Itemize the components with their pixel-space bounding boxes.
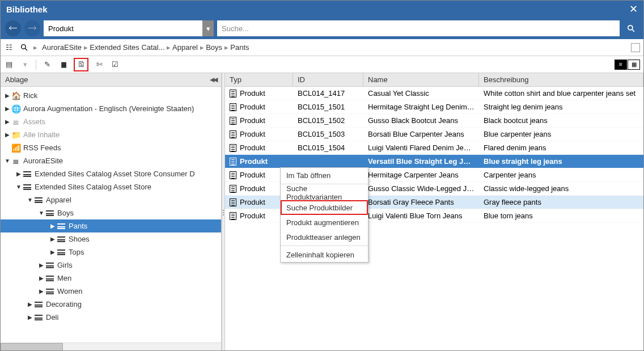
dropdown-small-icon[interactable]: ▾	[20, 60, 30, 70]
tree-item[interactable]: ▼Extended Sites Catalog Asset Store	[1, 180, 221, 193]
tree-item[interactable]: ▶≣Assets	[1, 115, 221, 128]
caret-icon[interactable]: ▶	[49, 223, 56, 229]
tree-item[interactable]: ▶Pants	[1, 219, 221, 232]
rss-icon: 📶	[11, 143, 21, 153]
caret-icon[interactable]: ▼	[4, 158, 11, 164]
product-icon	[230, 212, 236, 220]
tree-toggle-icon[interactable]: ☷	[4, 43, 14, 53]
cell-name: Borsati Blue Carpenter Jeans	[363, 130, 479, 138]
type-dropdown[interactable]: Produkt ▾	[44, 20, 214, 36]
tree-item[interactable]: 📶RSS Feeds	[1, 141, 221, 154]
product-icon	[230, 158, 236, 166]
caret-icon[interactable]: ▶	[4, 105, 11, 112]
list-view-button[interactable]: ≡	[615, 60, 627, 70]
view-square-icon[interactable]	[631, 43, 640, 52]
context-menu-item[interactable]: Suche Produktvarianten	[281, 185, 368, 200]
context-menu-item[interactable]: Produkt augmentieren	[281, 215, 368, 230]
columns-icon[interactable]: ▮▮	[58, 60, 68, 70]
tree-item[interactable]: ▶Girls	[1, 259, 221, 272]
tree-item[interactable]: ▼Apparel	[1, 193, 221, 206]
context-menu-item[interactable]: Zelleninhalt kopieren	[281, 247, 368, 262]
table-row[interactable]: ProduktBCL015_1503Borsati Blue Carpenter…	[225, 128, 643, 141]
chevron-right-icon: ▸	[82, 43, 90, 52]
cell-name: Luigi Valenti Blue Torn Jeans	[363, 212, 479, 220]
breadcrumb-item[interactable]: Apparel	[172, 43, 198, 52]
caret-icon[interactable]: ▶	[49, 249, 56, 255]
horizontal-scrollbar[interactable]	[1, 342, 221, 351]
tree-icon[interactable]: ▤	[4, 60, 14, 70]
caret-icon[interactable]: ▶	[49, 236, 56, 242]
column-header-id[interactable]: ID	[293, 73, 363, 86]
column-header-name[interactable]: Name	[363, 73, 479, 86]
caret-icon[interactable]: ▼	[15, 184, 22, 190]
product-icon	[230, 117, 236, 125]
table-row[interactable]: ProduktBCL014_1417Casual Yet ClassicWhit…	[225, 87, 643, 100]
table-row[interactable]: ProduktBCL015_1501Hermitage Straight Leg…	[225, 100, 643, 114]
cell-id: BCL015_1502	[293, 116, 363, 125]
caret-icon[interactable]: ▶	[27, 301, 33, 307]
tree-item[interactable]: ▶📁Alle Inhalte	[1, 128, 221, 141]
column-header-typ[interactable]: Typ	[225, 73, 293, 86]
tree-item-label: Extended Sites Catalog Asset Store Consu…	[35, 170, 195, 178]
tree-item[interactable]: ▶Tops	[1, 246, 221, 259]
product-icon	[230, 103, 236, 111]
caret-icon[interactable]: ▶	[4, 92, 11, 99]
column-header-desc[interactable]: Beschreibung	[479, 73, 643, 86]
breadcrumb-item[interactable]: Pants	[230, 43, 249, 52]
scrollbar-thumb[interactable]	[1, 343, 63, 351]
cell-typ: Produkt	[240, 184, 265, 193]
table-row[interactable]: ProduktBCL015_1502Gusso Black Bootcut Je…	[225, 114, 643, 128]
tree-item[interactable]: ▶🌐Aurora Augmentation - Englisch (Verein…	[1, 102, 221, 115]
tree-item[interactable]: ▼Boys	[1, 206, 221, 219]
search-small-icon[interactable]	[19, 43, 29, 53]
caret-icon[interactable]: ▶	[38, 262, 45, 268]
breadcrumb-item[interactable]: Extended Sites Catal...	[90, 43, 164, 52]
tree-item[interactable]: ▶🏠Rick	[1, 89, 221, 102]
search-button[interactable]	[623, 20, 639, 36]
tree-item-label: AuroraESite	[23, 157, 63, 165]
main-panel: Typ ID Name Beschreibung ProduktBCL014_1…	[225, 73, 643, 351]
context-menu-item[interactable]: Im Tab öffnen	[281, 168, 368, 183]
db-icon: ≣	[11, 157, 21, 166]
lines-icon	[33, 197, 44, 203]
table-row[interactable]: ProduktBCL015_1504Luigi Valenti Flared D…	[225, 141, 643, 155]
collapse-sidebar-icon[interactable]: ◀◀	[210, 76, 217, 83]
search-input[interactable]	[217, 24, 620, 33]
edit-icon[interactable]: ✎	[42, 60, 52, 70]
table-row[interactable]: ProduktVersatil Blue Straight Leg JeansB…	[225, 155, 643, 168]
forward-button[interactable]: 🡒	[24, 20, 40, 36]
tree-item[interactable]: ▶Extended Sites Catalog Asset Store Cons…	[1, 167, 221, 180]
tree-item[interactable]: ▶Decorating	[1, 298, 221, 311]
caret-icon[interactable]: ▶	[38, 275, 45, 281]
caret-icon[interactable]: ▶	[38, 288, 45, 294]
close-icon[interactable]: ✕	[629, 3, 638, 15]
highlighted-toolbar-button[interactable]: 🖻	[74, 58, 88, 71]
product-icon	[230, 90, 236, 98]
home-icon: 🏠	[11, 91, 21, 100]
context-menu-item[interactable]: Suche Produktbilder	[281, 200, 368, 215]
caret-icon[interactable]: ▶	[4, 132, 11, 138]
dropdown-toggle-icon[interactable]: ▾	[202, 20, 214, 36]
tree-item[interactable]: ▶Women	[1, 285, 221, 298]
back-button[interactable]: 🡐	[5, 20, 21, 36]
list-icon	[22, 171, 32, 177]
caret-icon[interactable]: ▶	[15, 171, 22, 177]
brush-icon[interactable]: ✄	[94, 60, 104, 70]
tree-item[interactable]: ▼≣AuroraESite	[1, 154, 221, 167]
caret-icon[interactable]: ▶	[27, 314, 33, 320]
tree-item[interactable]: ▶Shoes	[1, 232, 221, 246]
breadcrumb-item[interactable]: AuroraESite	[42, 43, 82, 52]
caret-icon[interactable]: ▶	[4, 119, 11, 125]
checklist-icon[interactable]: ☑	[110, 60, 120, 70]
caret-icon[interactable]: ▼	[27, 197, 33, 203]
window-title: Bibliothek	[6, 5, 629, 14]
tree-item[interactable]: ▶Deli	[1, 311, 221, 324]
tree-item[interactable]: ▶Men	[1, 272, 221, 285]
context-menu-item[interactable]: Produktteaser anlegen	[281, 230, 368, 244]
tree-item-label: Shoes	[69, 235, 90, 243]
caret-icon[interactable]: ▼	[38, 210, 45, 216]
grid-view-button[interactable]: ▦	[628, 60, 640, 70]
list-icon	[22, 184, 32, 190]
cell-desc: Blue torn jeans	[479, 212, 643, 220]
breadcrumb-item[interactable]: Boys	[206, 43, 222, 52]
